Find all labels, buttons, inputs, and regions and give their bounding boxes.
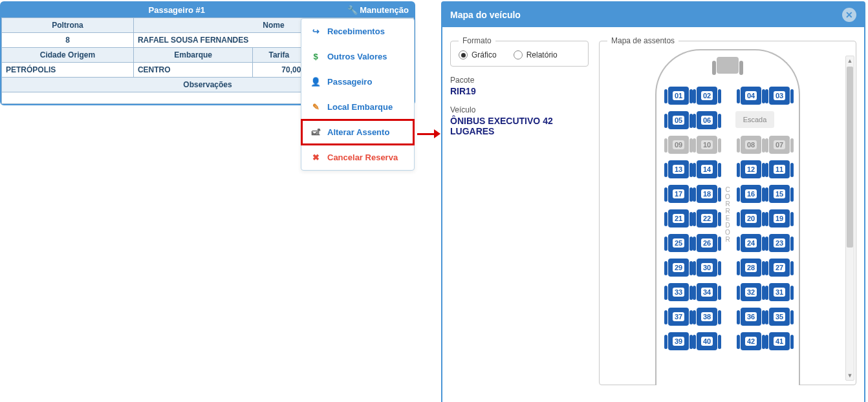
seat-32[interactable]: 32 (741, 283, 761, 301)
seat-number: 28 (745, 263, 757, 272)
seat-06[interactable]: 06 (697, 111, 717, 129)
seat-34[interactable]: 34 (697, 283, 717, 301)
seat-16[interactable]: 16 (741, 185, 761, 203)
seat-number: 17 (673, 189, 684, 198)
seat-26[interactable]: 26 (697, 234, 717, 252)
seat-38[interactable]: 38 (697, 308, 717, 326)
seat-03[interactable]: 03 (769, 87, 790, 105)
seat-27[interactable]: 27 (769, 259, 790, 277)
seat-36[interactable]: 36 (741, 308, 761, 326)
seat-31[interactable]: 31 (769, 283, 790, 301)
seat-24[interactable]: 24 (741, 234, 761, 252)
seat-number: 16 (745, 189, 757, 198)
menu-local-embarque-label: Local Embarque (327, 102, 393, 112)
seat-33[interactable]: 33 (668, 283, 689, 301)
formato-legend: Formato (459, 36, 495, 45)
maintenance-menu: ↪ Recebimentos $ Outros Valores 👤 Passag… (301, 18, 415, 171)
menu-passageiro[interactable]: 👤 Passageiro (301, 69, 414, 94)
seat-20[interactable]: 20 (741, 209, 761, 227)
seat-07: 07 (769, 136, 790, 154)
menu-recebimentos[interactable]: ↪ Recebimentos (301, 19, 414, 44)
seat-01[interactable]: 01 (668, 87, 689, 105)
menu-local-embarque[interactable]: ✎ Local Embarque (301, 94, 414, 120)
seat-number: 32 (745, 288, 757, 297)
person-icon: 👤 (310, 77, 321, 87)
seat-number: 41 (774, 337, 785, 346)
seatmap-legend: Mapa de assentos (607, 36, 678, 45)
val-embarque: CENTRO (133, 63, 252, 78)
menu-passageiro-label: Passageiro (327, 77, 372, 87)
seat-02[interactable]: 02 (697, 87, 717, 105)
menu-cancelar-reserva-label: Cancelar Reserva (327, 153, 398, 162)
seat-12[interactable]: 12 (741, 160, 761, 178)
seat-30[interactable]: 30 (697, 259, 717, 277)
radio-icon (459, 50, 468, 59)
col-cidade: Cidade Origem (2, 48, 134, 63)
seat-number: 38 (701, 312, 713, 321)
seat-25[interactable]: 25 (668, 234, 689, 252)
radio-grafico[interactable]: Gráfico (459, 50, 497, 59)
menu-alterar-assento[interactable]: 🛋 Alterar Assento (301, 120, 414, 145)
seat-number: 11 (774, 165, 785, 174)
seat-icon: 🛋 (310, 127, 321, 137)
menu-alterar-assento-label: Alterar Assento (327, 127, 389, 137)
seat-number: 39 (673, 337, 684, 346)
dollar-icon: $ (310, 52, 321, 61)
stairs-label: Escada (735, 111, 774, 128)
seat-13[interactable]: 13 (668, 160, 689, 178)
seat-05[interactable]: 05 (668, 111, 689, 129)
seat-35[interactable]: 35 (769, 308, 790, 326)
seat-22[interactable]: 22 (697, 209, 717, 227)
seatmap-scrollbar[interactable]: ▲ ▼ (845, 56, 854, 381)
seat-28[interactable]: 28 (741, 259, 761, 277)
scroll-up-icon[interactable]: ▲ (846, 56, 854, 65)
seat-10: 10 (697, 136, 717, 154)
vehicle-map-dialog: Mapa do veículo ✕ Formato Gráfico Relató… (441, 1, 865, 402)
scroll-thumb[interactable] (847, 67, 853, 248)
dialog-close-button[interactable]: ✕ (842, 8, 856, 22)
seat-number: 24 (745, 238, 757, 248)
seat-number: 21 (673, 214, 684, 223)
seat-number: 13 (673, 165, 684, 174)
seat-40[interactable]: 40 (697, 332, 717, 350)
wrench-icon: 🔧 (347, 5, 358, 15)
radio-relatorio[interactable]: Relatório (514, 50, 558, 59)
seat-41[interactable]: 41 (769, 332, 790, 350)
dialog-header: Mapa do veículo ✕ (442, 3, 864, 27)
seat-04[interactable]: 04 (741, 87, 761, 105)
seat-39[interactable]: 39 (668, 332, 689, 350)
seat-number: 08 (745, 140, 757, 149)
seat-08: 08 (741, 136, 761, 154)
val-tarifa: 70,00 (253, 63, 305, 78)
passenger-panel-header: Passageiro #1 🔧 Manutenção (1, 3, 414, 17)
seat-number: 18 (701, 189, 713, 198)
seat-11[interactable]: 11 (769, 160, 790, 178)
seat-37[interactable]: 37 (668, 308, 689, 326)
seat-29[interactable]: 29 (668, 259, 689, 277)
col-embarque: Embarque (133, 48, 252, 63)
menu-recebimentos-label: Recebimentos (327, 26, 385, 36)
scroll-down-icon[interactable]: ▼ (846, 371, 854, 380)
seat-number: 19 (774, 214, 785, 223)
seat-number: 14 (701, 165, 713, 174)
seat-21[interactable]: 21 (668, 209, 689, 227)
seat-18[interactable]: 18 (697, 185, 717, 203)
seat-number: 06 (701, 116, 713, 125)
pacote-label: Pacote (450, 76, 589, 85)
seat-14[interactable]: 14 (697, 160, 717, 178)
seat-23[interactable]: 23 (769, 234, 790, 252)
seat-17[interactable]: 17 (668, 185, 689, 203)
veiculo-value: ÔNIBUS EXECUTIVO 42 LUGARES (450, 116, 589, 136)
seat-number: 29 (673, 263, 684, 272)
maintenance-trigger[interactable]: 🔧 Manutenção (347, 5, 409, 15)
seat-number: 40 (701, 337, 713, 346)
menu-cancelar-reserva[interactable]: ✖ Cancelar Reserva (301, 145, 414, 170)
seat-number: 30 (701, 263, 713, 272)
seat-42[interactable]: 42 (741, 332, 761, 350)
seat-19[interactable]: 19 (769, 209, 790, 227)
seat-number: 23 (774, 238, 785, 248)
callout-arrow (417, 129, 440, 138)
seatmap-fieldset: Mapa de assentos CORREDOR 010204030506Es… (599, 36, 856, 385)
menu-outros-valores[interactable]: $ Outros Valores (301, 44, 414, 69)
seat-15[interactable]: 15 (769, 185, 790, 203)
